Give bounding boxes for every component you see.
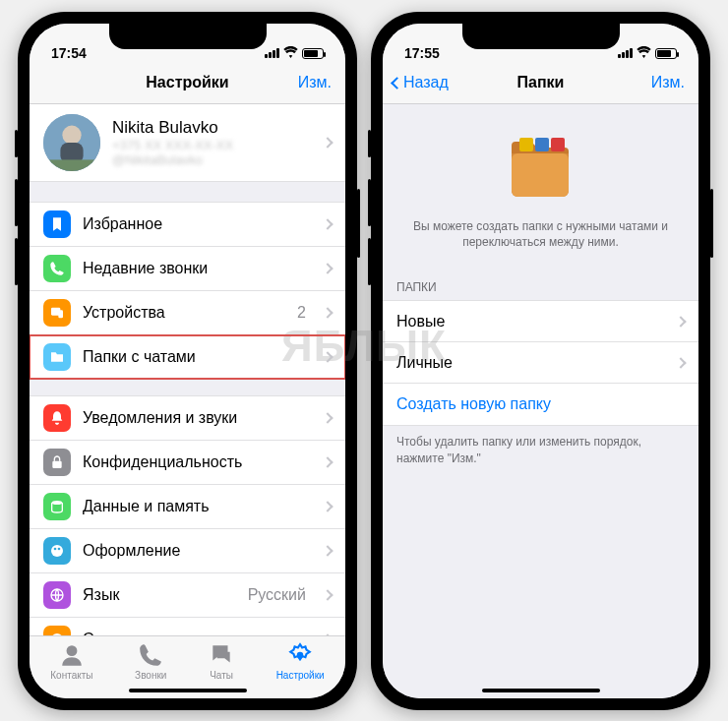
row-label: Уведомления и звуки	[83, 409, 312, 427]
wifi-icon	[637, 46, 651, 61]
phone-right: 17:55 Назад Папки Изм.	[371, 12, 710, 710]
chevron-right-icon	[322, 137, 333, 148]
chevron-right-icon	[322, 589, 333, 600]
notch	[462, 24, 620, 49]
create-folder-button[interactable]: Создать новую папку	[383, 384, 698, 425]
nav-bar: Настройки Изм.	[30, 63, 345, 104]
folder-label: Новые	[396, 313, 665, 330]
wifi-icon	[283, 46, 298, 61]
chevron-right-icon	[322, 501, 333, 511]
settings-group-1: Избранное Недавние звонки Устройства 2 П	[30, 202, 345, 380]
folder-label: Личные	[396, 354, 665, 372]
chevron-right-icon	[322, 545, 333, 556]
svg-rect-22	[551, 138, 565, 151]
phone-left: 17:54 Настройки Изм. Nikita Bulavko +375	[18, 12, 357, 710]
svg-rect-3	[43, 159, 100, 171]
svg-point-1	[62, 125, 81, 144]
svg-rect-20	[519, 138, 533, 151]
create-folder-label: Создать новую папку	[396, 395, 685, 413]
chevron-right-icon	[322, 456, 333, 467]
folders-illustration-icon	[502, 134, 580, 203]
tab-contacts[interactable]: Контакты	[50, 642, 92, 698]
chevron-right-icon	[322, 412, 333, 423]
tab-settings[interactable]: Настройки	[276, 642, 325, 698]
settings-group-2: Уведомления и звуки Конфиденциальность Д…	[30, 395, 345, 635]
notch	[109, 24, 267, 49]
svg-point-17	[66, 645, 77, 656]
tab-label: Чаты	[210, 670, 233, 681]
row-chat-folders[interactable]: Папки с чатами	[30, 335, 345, 379]
profile-row[interactable]: Nikita Bulavko +375 XX XXX-XX-XX @Nikita…	[30, 104, 345, 182]
row-data[interactable]: Данные и память	[30, 485, 345, 529]
home-indicator	[482, 689, 600, 692]
svg-point-7	[52, 501, 63, 505]
row-label: Избранное	[83, 215, 312, 233]
nav-edit-button[interactable]: Изм.	[298, 74, 332, 91]
svg-point-12	[51, 633, 63, 635]
row-appearance[interactable]: Оформление	[30, 529, 345, 573]
row-label: Конфиденциальность	[83, 453, 312, 471]
folders-hero: Вы можете создать папки с нужными чатами…	[383, 104, 698, 270]
row-notifications[interactable]: Уведомления и звуки	[30, 396, 345, 441]
chevron-right-icon	[322, 351, 333, 362]
devices-icon	[43, 299, 71, 327]
chevron-right-icon	[322, 633, 333, 635]
nav-edit-button[interactable]: Изм.	[651, 74, 685, 91]
chevron-right-icon	[322, 263, 333, 273]
section-footer: Чтобы удалить папку или изменить порядок…	[383, 426, 698, 475]
sticker-icon	[43, 626, 71, 635]
battery-icon	[655, 48, 677, 59]
folders-list: Новые Личные Создать новую папку	[383, 300, 698, 426]
tab-label: Контакты	[50, 670, 92, 681]
folder-row[interactable]: Личные	[383, 342, 698, 384]
chevron-right-icon	[675, 357, 686, 368]
svg-rect-6	[52, 460, 61, 467]
tab-label: Звонки	[135, 670, 166, 681]
row-label: Данные и память	[83, 498, 312, 515]
row-privacy[interactable]: Конфиденциальность	[30, 441, 345, 485]
chevron-right-icon	[322, 218, 333, 229]
cellular-icon	[265, 48, 279, 58]
svg-rect-23	[512, 153, 569, 197]
row-label: Устройства	[83, 304, 285, 322]
row-stickers[interactable]: Стикеры	[30, 618, 345, 635]
bell-icon	[43, 404, 71, 432]
profile-name: Nikita Bulavko	[112, 118, 312, 138]
row-label: Оформление	[83, 542, 312, 560]
svg-point-9	[54, 547, 57, 550]
row-language[interactable]: Язык Русский	[30, 573, 345, 618]
row-detail: 2	[297, 304, 306, 322]
row-label: Язык	[83, 586, 236, 604]
row-label: Стикеры	[83, 631, 312, 635]
section-header: ПАПКИ	[383, 269, 698, 300]
cellular-icon	[618, 48, 633, 58]
row-saved[interactable]: Избранное	[30, 203, 345, 247]
svg-rect-5	[58, 310, 63, 318]
hero-text: Вы можете создать папки с нужными чатами…	[412, 218, 669, 252]
avatar	[43, 114, 100, 171]
folder-icon	[43, 343, 71, 371]
clock: 17:55	[404, 45, 440, 61]
chevron-right-icon	[675, 316, 686, 327]
globe-icon	[43, 581, 71, 609]
row-devices[interactable]: Устройства 2	[30, 291, 345, 335]
row-recent-calls[interactable]: Недавние звонки	[30, 247, 345, 291]
phone-icon	[43, 255, 71, 282]
home-indicator	[129, 689, 247, 692]
brush-icon	[43, 537, 71, 565]
lock-icon	[43, 449, 71, 476]
tab-label: Настройки	[276, 670, 325, 681]
chevron-left-icon	[391, 77, 403, 90]
nav-title: Настройки	[146, 74, 228, 91]
profile-username: @NikitaBulavko	[112, 152, 312, 167]
row-label: Недавние звонки	[83, 260, 312, 277]
svg-point-10	[58, 547, 61, 550]
profile-phone: +375 XX XXX-XX-XX	[112, 138, 312, 152]
folder-row[interactable]: Новые	[383, 301, 698, 342]
row-label: Папки с чатами	[83, 348, 312, 366]
nav-back-button[interactable]: Назад	[393, 74, 449, 91]
svg-rect-21	[535, 138, 549, 151]
nav-bar: Назад Папки Изм.	[383, 63, 698, 104]
row-detail: Русский	[248, 586, 306, 604]
chevron-right-icon	[322, 307, 333, 318]
